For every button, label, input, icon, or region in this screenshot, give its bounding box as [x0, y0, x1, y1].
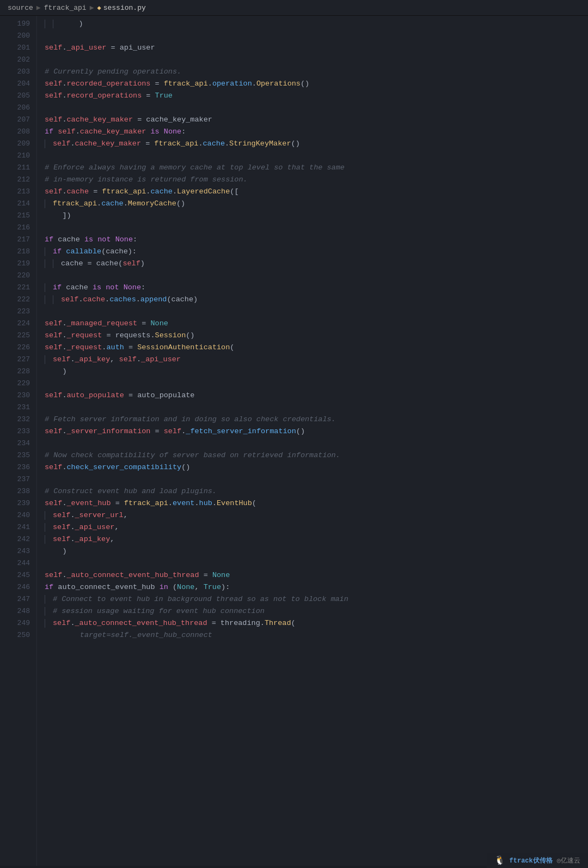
code-line: self._event_hub = ftrack_api.event.hub.E…	[37, 497, 588, 509]
line-number: 217	[0, 234, 36, 246]
line-number: 245	[0, 569, 36, 581]
code-content[interactable]: )self._api_user = api_user# Currently pe…	[37, 16, 588, 866]
code-line	[37, 102, 588, 114]
line-number: 234	[0, 438, 36, 450]
code-line: self.cache.caches.append(cache)	[37, 294, 588, 306]
code-line: ])	[37, 210, 588, 222]
code-line: self.cache_key_maker = ftrack_api.cache.…	[37, 138, 588, 150]
line-number: 232	[0, 414, 36, 426]
line-number: 228	[0, 366, 36, 378]
line-number: 213	[0, 186, 36, 198]
line-number: 250	[0, 629, 36, 641]
line-number: 233	[0, 426, 36, 438]
line-number: 209	[0, 138, 36, 150]
breadcrumb-ftrack-api[interactable]: ftrack_api	[44, 4, 87, 12]
line-number: 219	[0, 258, 36, 270]
line-number: 216	[0, 222, 36, 234]
line-number: 230	[0, 390, 36, 402]
line-number: 231	[0, 402, 36, 414]
line-number: 215	[0, 210, 36, 222]
file-icon: ◆	[97, 4, 101, 12]
line-number: 240	[0, 509, 36, 521]
code-line: self._api_user,	[37, 521, 588, 533]
line-number: 227	[0, 354, 36, 366]
code-line: self._auto_connect_event_hub_thread = th…	[37, 617, 588, 629]
code-line: self._server_url,	[37, 509, 588, 521]
code-line: # Enforce always having a memory cache a…	[37, 162, 588, 174]
code-line	[37, 378, 588, 390]
line-number: 236	[0, 462, 36, 474]
line-number: 237	[0, 474, 36, 485]
code-line: # Construct event hub and load plugins.	[37, 485, 588, 497]
line-number: 239	[0, 497, 36, 509]
code-line: if cache is not None:	[37, 234, 588, 246]
line-number: 202	[0, 54, 36, 66]
code-line	[37, 222, 588, 234]
breadcrumb-sep-1: ▶	[36, 3, 41, 12]
breadcrumb-file[interactable]: session.py	[103, 4, 146, 12]
line-number: 235	[0, 450, 36, 462]
watermark-bar: 🐧 ftrack伏传格 ◎亿速云	[487, 853, 588, 868]
code-line: self._request.auth = SessionAuthenticati…	[37, 342, 588, 354]
code-line: self._managed_request = None	[37, 318, 588, 330]
code-line	[37, 30, 588, 42]
code-line: self.record_operations = True	[37, 90, 588, 102]
code-line	[37, 54, 588, 66]
line-number: 224	[0, 318, 36, 330]
code-line: # in-memory instance is returned from se…	[37, 174, 588, 186]
line-number: 222	[0, 294, 36, 306]
code-line: # session usage waiting for event hub co…	[37, 605, 588, 617]
code-line: )	[37, 18, 588, 30]
code-line: # Fetch server information and in doing …	[37, 414, 588, 426]
code-line: self._api_user = api_user	[37, 42, 588, 54]
code-line: # Connect to event hub in background thr…	[37, 593, 588, 605]
line-number: 225	[0, 330, 36, 342]
code-line: self.recorded_operations = ftrack_api.op…	[37, 78, 588, 90]
code-line	[37, 150, 588, 162]
line-number: 214	[0, 198, 36, 210]
code-line	[37, 474, 588, 485]
code-line: )	[37, 366, 588, 378]
line-number: 223	[0, 306, 36, 318]
code-line	[37, 306, 588, 318]
line-number: 243	[0, 545, 36, 557]
line-number: 207	[0, 114, 36, 126]
code-line	[37, 270, 588, 282]
code-line: self._api_key,	[37, 533, 588, 545]
line-number: 208	[0, 126, 36, 138]
code-line: self._request = requests.Session()	[37, 330, 588, 342]
line-number: 200	[0, 30, 36, 42]
line-number: 238	[0, 485, 36, 497]
code-line: self.auto_populate = auto_populate	[37, 390, 588, 402]
code-line: cache = cache(self)	[37, 258, 588, 270]
code-line: self.cache_key_maker = cache_key_maker	[37, 114, 588, 126]
line-number: 201	[0, 42, 36, 54]
line-number: 199	[0, 18, 36, 30]
line-number: 210	[0, 150, 36, 162]
code-line: self.cache = ftrack_api.cache.LayeredCac…	[37, 186, 588, 198]
line-number: 244	[0, 557, 36, 569]
code-line: )	[37, 545, 588, 557]
line-number: 249	[0, 617, 36, 629]
line-number: 218	[0, 246, 36, 258]
code-line: self._server_information = self._fetch_s…	[37, 426, 588, 438]
breadcrumb-source[interactable]: source	[8, 4, 33, 12]
code-line: self.check_server_compatibility()	[37, 462, 588, 474]
line-number: 204	[0, 78, 36, 90]
line-number: 206	[0, 102, 36, 114]
line-numbers: 1992002012022032042052062072082092102112…	[0, 16, 37, 866]
line-number: 220	[0, 270, 36, 282]
code-line: if auto_connect_event_hub in (None, True…	[37, 581, 588, 593]
code-area: 1992002012022032042052062072082092102112…	[0, 16, 588, 866]
watermark-brand: ftrack伏传格	[510, 856, 553, 865]
code-line: target=self._event_hub_connect	[37, 629, 588, 641]
breadcrumb: source ▶ ftrack_api ▶ ◆ session.py	[0, 0, 588, 16]
watermark-cloud: ◎亿速云	[557, 856, 580, 865]
line-number: 205	[0, 90, 36, 102]
breadcrumb-sep-2: ▶	[90, 3, 94, 12]
code-line: # Currently pending operations.	[37, 66, 588, 78]
code-line: self._auto_connect_event_hub_thread = No…	[37, 569, 588, 581]
line-number: 247	[0, 593, 36, 605]
code-line	[37, 438, 588, 450]
code-line: ftrack_api.cache.MemoryCache()	[37, 198, 588, 210]
